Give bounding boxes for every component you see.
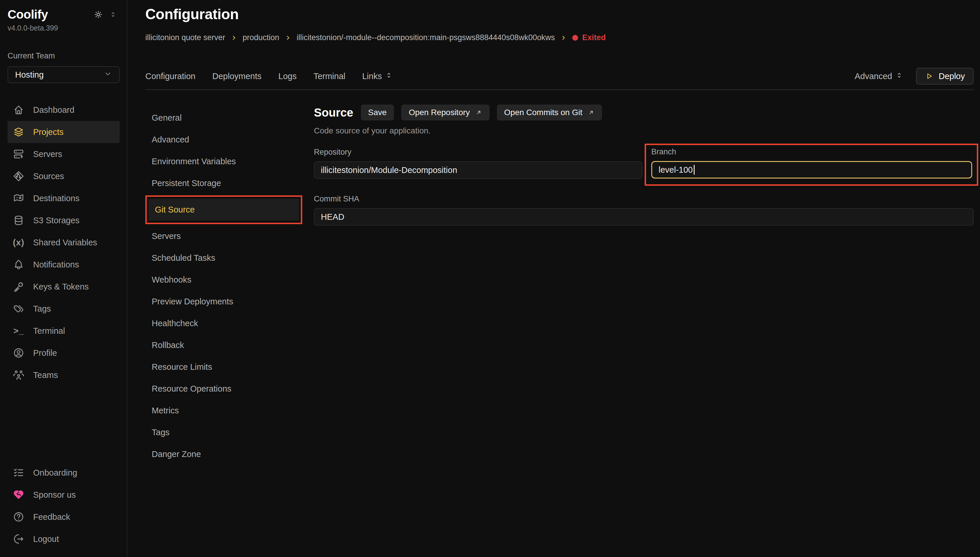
chevron-right-icon <box>560 34 567 41</box>
repository-label: Repository <box>314 148 642 157</box>
source-description: Code source of your application. <box>314 126 973 135</box>
page-title: Configuration <box>145 6 973 23</box>
tab-logs[interactable]: Logs <box>278 72 297 81</box>
sidebar-nav: DashboardProjectsServersSourcesDestinati… <box>8 99 120 386</box>
tabs: ConfigurationDeploymentsLogsTerminalLink… <box>145 71 393 81</box>
breadcrumb-item[interactable]: illicitonion quote server <box>145 33 225 42</box>
branch-label: Branch <box>651 147 972 156</box>
server-icon <box>13 148 24 160</box>
deploy-label: Deploy <box>939 72 965 81</box>
advanced-dropdown[interactable]: Advanced <box>855 71 903 81</box>
chevron-down-icon <box>104 70 112 80</box>
chevron-right-icon <box>231 34 237 41</box>
subnav-item-resource-limits[interactable]: Resource Limits <box>145 356 302 378</box>
breadcrumb-item[interactable]: illicitestonion/-module--decomposition:m… <box>297 33 555 42</box>
branch-field: Branch level-100 <box>651 147 972 179</box>
configuration-subnav: GeneralAdvancedEnvironment VariablesPers… <box>145 90 302 557</box>
subnav-item-danger-zone[interactable]: Danger Zone <box>145 443 302 465</box>
play-icon <box>925 72 933 80</box>
coolify-app: Coolify v4.0.0-beta.399 Current Team Hos… <box>0 0 980 557</box>
sidebar-item-notifications[interactable]: Notifications <box>8 254 120 275</box>
sidebar-item-servers[interactable]: Servers <box>8 143 120 165</box>
sun-icon[interactable] <box>94 10 103 20</box>
team-select-value: Hosting <box>15 70 44 80</box>
sidebar-item-keys-tokens[interactable]: Keys & Tokens <box>8 275 120 298</box>
sidebar-item-profile[interactable]: Profile <box>8 342 120 364</box>
sidebar-footer-nav: OnboardingSponsor usFeedbackLogout <box>8 462 120 550</box>
tab-terminal[interactable]: Terminal <box>314 72 346 81</box>
tab-actions: Advanced Deploy <box>855 68 973 85</box>
tab-links[interactable]: Links <box>362 71 393 81</box>
heart-icon <box>13 489 24 501</box>
terminal-icon: >_ <box>13 325 24 337</box>
source-form: Repository illicitestonion/Module-Decomp… <box>314 148 973 226</box>
sidebar-item-s3-storages[interactable]: S3 Storages <box>8 209 120 231</box>
sidebar-item-destinations[interactable]: Destinations <box>8 187 120 209</box>
subnav-item-servers[interactable]: Servers <box>145 225 302 247</box>
commit-sha-field: Commit SHA HEAD <box>314 194 973 226</box>
subnav-item-advanced[interactable]: Advanced <box>145 129 302 151</box>
help-circle-icon <box>13 511 24 523</box>
branch-input[interactable]: level-100 <box>651 161 972 179</box>
home-icon <box>13 104 24 116</box>
open-repository-button[interactable]: Open Repository <box>401 105 489 121</box>
sidebar-item-projects[interactable]: Projects <box>8 121 120 143</box>
sidebar-item-terminal[interactable]: >_Terminal <box>8 320 120 342</box>
subnav-item-git-source[interactable]: Git Source <box>148 199 299 221</box>
external-link-icon <box>588 109 595 116</box>
sidebar-item-sources[interactable]: Sources <box>8 165 120 187</box>
source-heading: Source <box>314 106 353 119</box>
subnav-item-rollback[interactable]: Rollback <box>145 334 302 356</box>
users-icon <box>13 369 24 381</box>
subnav-item-general[interactable]: General <box>145 107 302 129</box>
tab-configuration[interactable]: Configuration <box>145 72 196 81</box>
status-dot-icon <box>572 35 578 41</box>
status-badge: Exited <box>572 33 606 42</box>
subnav-item-webhooks[interactable]: Webhooks <box>145 269 302 291</box>
app-logo[interactable]: Coolify <box>8 8 48 21</box>
open-commits-button[interactable]: Open Commits on Git <box>497 105 602 121</box>
stack-icon <box>13 126 24 138</box>
subnav-item-resource-operations[interactable]: Resource Operations <box>145 378 302 400</box>
sidebar-item-feedback[interactable]: Feedback <box>8 506 120 528</box>
main-area: Configuration illicitonion quote serverp… <box>127 0 980 557</box>
app-version: v4.0.0-beta.399 <box>8 24 120 32</box>
save-button[interactable]: Save <box>361 105 394 121</box>
external-link-icon <box>475 109 482 116</box>
breadcrumb-item[interactable]: production <box>243 33 279 42</box>
selector-icon <box>895 71 903 81</box>
subnav-item-tags[interactable]: Tags <box>145 422 302 443</box>
deploy-button[interactable]: Deploy <box>916 68 973 85</box>
chevron-right-icon <box>284 34 291 41</box>
subnav-item-persistent-storage[interactable]: Persistent Storage <box>145 173 302 194</box>
sidebar-item-dashboard[interactable]: Dashboard <box>8 99 120 121</box>
text-caret <box>694 165 695 175</box>
selector-icon[interactable] <box>109 11 117 20</box>
map-icon <box>13 192 24 204</box>
tags-icon <box>13 303 24 314</box>
subnav-item-scheduled-tasks[interactable]: Scheduled Tasks <box>145 247 302 269</box>
tab-deployments[interactable]: Deployments <box>213 72 262 81</box>
annotation-box-git-source: Git Source <box>145 195 302 224</box>
subnav-item-environment-variables[interactable]: Environment Variables <box>145 151 302 173</box>
repository-input[interactable]: illicitestonion/Module-Decomposition <box>314 161 642 179</box>
sidebar-item-shared-variables[interactable]: (x)Shared Variables <box>8 231 120 254</box>
subnav-item-metrics[interactable]: Metrics <box>145 400 302 422</box>
team-select[interactable]: Hosting <box>8 66 120 83</box>
sidebar: Coolify v4.0.0-beta.399 Current Team Hos… <box>0 0 127 557</box>
subnav-item-preview-deployments[interactable]: Preview Deployments <box>145 291 302 313</box>
breadcrumb: illicitonion quote serverproductionillic… <box>145 33 973 42</box>
source-panel: Source Save Open Repository Open Commits… <box>314 90 973 557</box>
checklist-icon <box>13 467 24 479</box>
commit-sha-label: Commit SHA <box>314 194 973 204</box>
sidebar-item-sponsor-us[interactable]: Sponsor us <box>8 484 120 506</box>
bell-icon <box>13 259 24 270</box>
logout-icon <box>13 533 24 545</box>
sidebar-item-onboarding[interactable]: Onboarding <box>8 462 120 484</box>
commit-sha-input[interactable]: HEAD <box>314 208 973 226</box>
advanced-label: Advanced <box>855 72 892 81</box>
sidebar-item-teams[interactable]: Teams <box>8 364 120 386</box>
subnav-item-healthcheck[interactable]: Healthcheck <box>145 313 302 334</box>
sidebar-item-logout[interactable]: Logout <box>8 528 120 550</box>
sidebar-item-tags[interactable]: Tags <box>8 298 120 320</box>
